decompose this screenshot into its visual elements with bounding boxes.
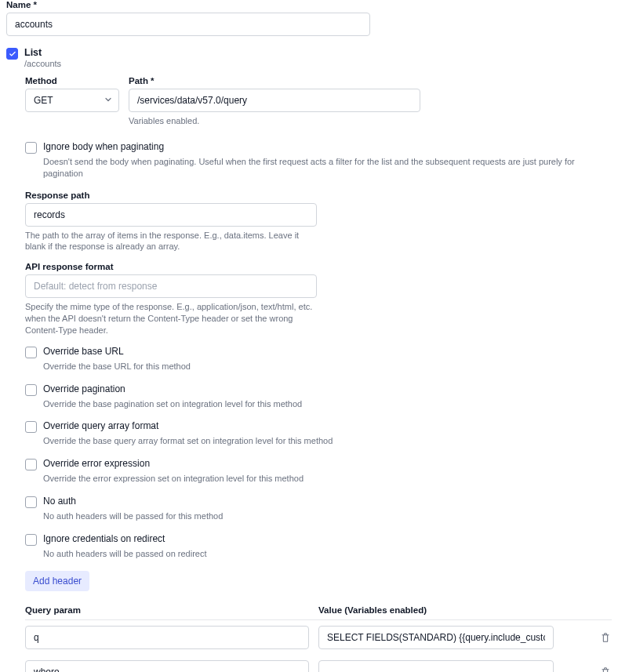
ignore-body-label: Ignore body when paginating [43,141,164,152]
response-path-input[interactable] [25,203,317,227]
path-label: Path * [129,76,420,85]
ignore-body-hint: Doesn't send the body when paginating. U… [43,156,612,180]
override-pagination-hint: Override the base pagination set on inte… [43,398,612,410]
response-path-group: Response path The path to the array of i… [25,191,612,253]
list-title: List [24,47,61,58]
api-format-hint: Specify the mime type of the response. E… [25,301,317,336]
list-section-header: List /accounts [6,47,612,68]
override-pagination-label: Override pagination [43,383,125,394]
method-select[interactable]: GET [25,89,119,112]
api-format-label: API response format [25,262,612,271]
no-auth-option: No auth No auth headers will be passed f… [25,496,612,522]
name-input[interactable] [6,13,370,36]
override-query-array-hint: Override the base query array format set… [43,435,612,447]
override-pagination-option: Override pagination Override the base pa… [25,383,612,410]
query-value-input[interactable] [318,660,554,672]
path-column: Path * Variables enabled. [129,76,420,127]
query-param-header: Query param [25,605,309,615]
query-param-input[interactable] [25,660,309,672]
name-label: Name * [6,0,612,9]
response-path-hint: The path to the array of items in the re… [25,230,317,253]
override-base-url-hint: Override the base URL for this method [43,361,612,372]
override-query-array-option: Override query array format Override the… [25,420,612,447]
name-field-group: Name * [6,0,612,36]
query-row [25,655,612,672]
delete-icon[interactable] [599,631,612,644]
override-error-checkbox[interactable] [25,459,37,470]
ignore-credentials-option: Ignore credentials on redirect No auth h… [25,533,612,560]
override-error-label: Override error expression [43,458,150,469]
method-select-wrap: GET [25,89,119,112]
add-header-button[interactable]: Add header [25,571,89,591]
override-query-array-label: Override query array format [43,420,158,431]
ignore-body-checkbox[interactable] [25,142,37,154]
override-error-option: Override error expression Override the e… [25,458,612,485]
ignore-credentials-hint: No auth headers will be passed on redire… [43,548,612,560]
api-format-input[interactable] [25,274,317,298]
query-table-header: Query param Value (Variables enabled) [25,605,612,620]
no-auth-checkbox[interactable] [25,496,37,508]
no-auth-hint: No auth headers will be passed for this … [43,510,612,522]
override-base-url-option: Override base URL Override the base URL … [25,346,612,372]
list-subpath: /accounts [24,59,61,68]
ignore-credentials-checkbox[interactable] [25,534,37,546]
list-section-body: Method GET Path * Variables enabled. Ign… [25,76,612,672]
list-enable-checkbox[interactable] [6,48,18,60]
override-base-url-label: Override base URL [43,346,124,357]
path-hint: Variables enabled. [129,115,420,127]
override-options: Override base URL Override the base URL … [25,346,612,560]
query-row [25,620,612,655]
api-format-group: API response format Specify the mime typ… [25,262,612,336]
query-param-input[interactable] [25,626,309,649]
query-value-header: Value (Variables enabled) [318,605,554,615]
ignore-credentials-label: Ignore credentials on redirect [43,533,165,544]
query-value-input[interactable] [318,626,554,649]
response-path-label: Response path [25,191,612,200]
ignore-body-option: Ignore body when paginating Doesn't send… [25,141,612,180]
method-column: Method GET [25,76,119,112]
delete-icon[interactable] [599,666,612,672]
method-path-row: Method GET Path * Variables enabled. [25,76,612,127]
override-error-hint: Override the error expression set on int… [43,473,612,485]
list-heading-text: List /accounts [24,47,61,68]
override-pagination-checkbox[interactable] [25,384,37,396]
override-query-array-checkbox[interactable] [25,421,37,433]
method-label: Method [25,76,119,85]
override-base-url-checkbox[interactable] [25,347,37,358]
no-auth-label: No auth [43,496,76,507]
path-input[interactable] [129,89,420,112]
